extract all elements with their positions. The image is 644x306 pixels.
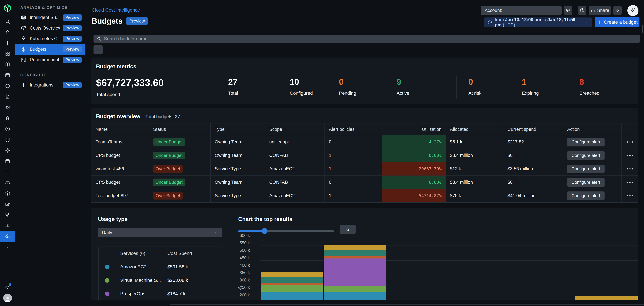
sidebar-item-intelligent-su-[interactable]: Intelligent Su...Preview: [15, 12, 84, 23]
metric-label: Breached: [579, 90, 600, 96]
service-legend-row[interactable]: Virtual Machine S...$263.08 k: [98, 274, 222, 287]
rail-ellipsis-icon[interactable]: [0, 242, 15, 252]
rail-layers-icon[interactable]: [0, 188, 15, 199]
bar-segment-service-6[interactable]: [261, 272, 323, 277]
cell-alert-policies: 1: [325, 189, 382, 202]
rail-plus-icon[interactable]: [0, 38, 15, 48]
sidebar-item-costs-overview[interactable]: $Costs OverviewPreview: [15, 23, 84, 34]
column-header-action[interactable]: Action: [563, 124, 622, 135]
bar-segment-service-4[interactable]: [324, 256, 386, 258]
bar-segment-service-4[interactable]: [261, 283, 323, 285]
table-row: Test-budget-897Over BudgetService TypeAm…: [91, 189, 638, 202]
cell-allocated: $8.4 million: [446, 149, 503, 162]
search-input[interactable]: [104, 36, 637, 42]
cell-type: Service Type: [210, 189, 265, 202]
rail-dashboard-icon[interactable]: [0, 70, 15, 80]
rail-robot-icon[interactable]: [0, 113, 15, 124]
preview-badge: Preview: [63, 36, 82, 42]
add-filter-button[interactable]: [94, 45, 102, 54]
rail-browser-icon[interactable]: [0, 156, 15, 166]
rail-tablet-icon[interactable]: [0, 166, 15, 177]
row-more-button[interactable]: [622, 149, 638, 162]
top-results-count-input[interactable]: 6: [340, 225, 356, 234]
link-icon: [615, 8, 620, 13]
rail-book-icon[interactable]: [0, 59, 15, 70]
share-button[interactable]: Share: [589, 6, 611, 15]
copy-link-button[interactable]: [613, 6, 622, 15]
bar-segment-service-6[interactable]: [324, 245, 386, 250]
column-header-current-spend[interactable]: Current spend: [503, 124, 563, 135]
rail-home-icon[interactable]: [0, 27, 15, 38]
configure-alert-button[interactable]: Configure alert: [567, 192, 604, 200]
vertical-scrollbar[interactable]: [642, 25, 643, 32]
rail-megaphone-icon[interactable]: [0, 282, 15, 292]
rail-alert-octagon-icon[interactable]: [0, 124, 15, 134]
service-cost: $184.7 k: [163, 287, 222, 300]
horizontal-scrollbar[interactable]: [170, 304, 644, 305]
help-button[interactable]: [578, 6, 586, 15]
breadcrumb[interactable]: Cloud Cost Intelligence: [92, 8, 140, 13]
column-header-utilization[interactable]: Utilization: [382, 124, 446, 135]
top-results-slider[interactable]: [238, 228, 334, 234]
row-more-button[interactable]: [622, 162, 638, 176]
row-more-button[interactable]: [622, 135, 638, 149]
rail-document-icon[interactable]: [0, 91, 15, 102]
bar-segment-virtual-machine-s-[interactable]: [324, 286, 386, 292]
bar-segment-amazonec2[interactable]: [324, 292, 386, 300]
rail-target-icon[interactable]: [0, 145, 15, 156]
service-legend-row[interactable]: ProsperOps$184.7 k: [98, 287, 222, 300]
column-header-allocated[interactable]: Allocated: [446, 124, 503, 135]
y-axis-tick: 500 k: [240, 248, 258, 253]
ai-assistant-button[interactable]: [628, 5, 638, 16]
cell-status: Under Budget: [149, 135, 210, 149]
slider-thumb[interactable]: [262, 228, 268, 234]
rail-avatar[interactable]: [0, 292, 15, 303]
column-header-scope[interactable]: Scope: [265, 124, 325, 135]
create-budget-button[interactable]: Create a budget: [595, 17, 640, 27]
configure-alert-button[interactable]: Configure alert: [567, 164, 604, 173]
y-axis-tick: 550 k: [240, 240, 258, 245]
sidebar-item-kubernetes-c-[interactable]: Kubernetes C...Preview: [15, 34, 84, 44]
bar-segment-service-5[interactable]: [261, 277, 323, 283]
more-horizontal-icon: [627, 168, 633, 170]
sidebar-item-budgets[interactable]: BudgetsPreview: [15, 44, 84, 54]
new-relic-logo[interactable]: [0, 0, 15, 16]
column-header-status[interactable]: Status: [149, 124, 210, 135]
configure-alert-button[interactable]: Configure alert: [567, 151, 604, 160]
time-range-picker[interactable]: from Jan 13, 12:00 am to Jan 18, 11:59 p…: [484, 18, 592, 27]
bar-segment-service-5[interactable]: [324, 250, 386, 256]
usage-type-dropdown[interactable]: Daily: [98, 228, 222, 237]
bar-segment-service-6[interactable]: [575, 296, 638, 300]
rail-logs-icon[interactable]: [0, 102, 15, 113]
row-more-button[interactable]: [622, 189, 638, 202]
bar-segment-virtual-machine-s-[interactable]: [261, 285, 323, 292]
account-selector[interactable]: Account:: [481, 6, 562, 15]
sidebar-item-recommendat-[interactable]: Recommendat...Preview: [15, 54, 84, 65]
cell-current-spend: $0: [503, 176, 563, 189]
rail-globe-icon[interactable]: [0, 80, 15, 91]
rail-shuffle-icon[interactable]: [0, 210, 15, 220]
column-header-alert-policies[interactable]: Alert policies: [325, 124, 382, 135]
services-header-row: Services (6) Cost Spend: [98, 247, 222, 260]
summary-icon: [20, 14, 27, 21]
configure-alert-button[interactable]: Configure alert: [567, 178, 604, 187]
rail-network-icon[interactable]: [0, 220, 15, 231]
rail-cloud-dollar-icon[interactable]: $: [0, 231, 15, 242]
configure-alert-button[interactable]: Configure alert: [567, 138, 604, 146]
sidebar-item-integrations[interactable]: IntegrationsPreview: [15, 80, 84, 90]
stacked-bar-chart: ($) 600 k550 k500 k450 k400 k350 k300 k2…: [238, 234, 638, 300]
metric-expiring: 1Expiring: [522, 78, 539, 96]
rail-servers-icon[interactable]: [0, 134, 15, 145]
rail-search-icon[interactable]: [0, 16, 15, 27]
service-legend-row[interactable]: AmazonEC2$591.58 k: [98, 260, 222, 274]
column-header-type[interactable]: Type: [210, 124, 265, 135]
feedback-button[interactable]: [564, 6, 572, 15]
rail-inbox-icon[interactable]: [0, 177, 15, 188]
preview-badge: Preview: [63, 57, 82, 63]
rail-grid-icon[interactable]: [0, 48, 15, 59]
bar-segment-amazonec2[interactable]: [261, 292, 323, 300]
column-header-name[interactable]: Name: [91, 124, 149, 135]
bar-segment-prosperops[interactable]: [324, 258, 386, 286]
rail-video-icon[interactable]: [0, 199, 15, 210]
row-more-button[interactable]: [622, 176, 638, 189]
